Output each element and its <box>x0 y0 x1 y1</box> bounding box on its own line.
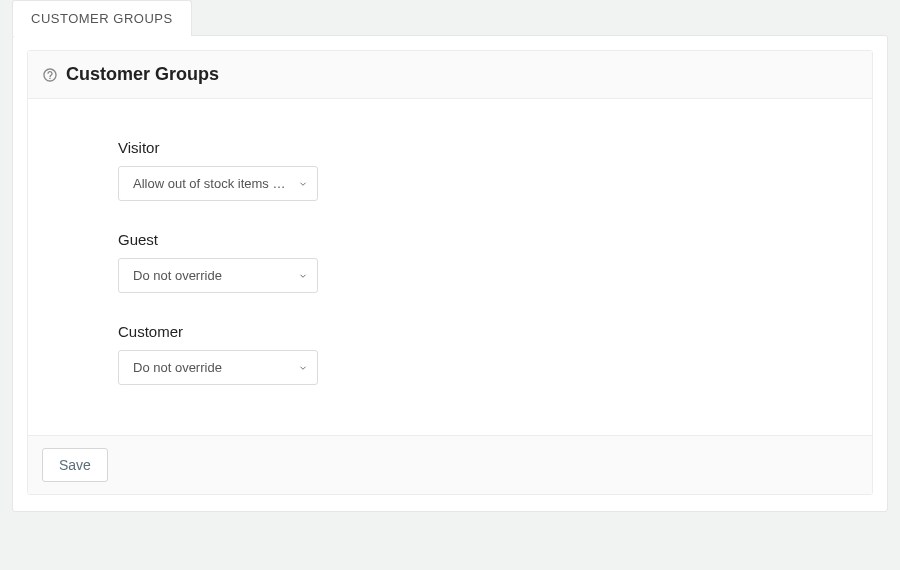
tab-label: CUSTOMER GROUPS <box>31 11 173 26</box>
panel-footer: Save <box>28 435 872 494</box>
panel-header: Customer Groups <box>28 51 872 99</box>
form-group-guest: Guest Do not override Allow out of stock… <box>118 231 858 293</box>
form-group-customer: Customer Do not override Allow out of st… <box>118 323 858 385</box>
help-icon <box>42 67 58 83</box>
save-button-label: Save <box>59 457 91 473</box>
guest-select[interactable]: Do not override Allow out of stock items… <box>118 258 318 293</box>
form-group-visitor: Visitor Allow out of stock items to be a… <box>118 139 858 201</box>
tab-customer-groups[interactable]: CUSTOMER GROUPS <box>12 0 192 36</box>
panel-body: Visitor Allow out of stock items to be a… <box>28 99 872 435</box>
guest-label: Guest <box>118 231 858 248</box>
customer-groups-panel: Customer Groups Visitor Allow out of sto… <box>27 50 873 495</box>
save-button[interactable]: Save <box>42 448 108 482</box>
customer-label: Customer <box>118 323 858 340</box>
panel-title: Customer Groups <box>66 64 219 85</box>
tab-content: Customer Groups Visitor Allow out of sto… <box>12 35 888 512</box>
visitor-label: Visitor <box>118 139 858 156</box>
visitor-select[interactable]: Allow out of stock items to be added to … <box>118 166 318 201</box>
customer-select[interactable]: Do not override Allow out of stock items… <box>118 350 318 385</box>
